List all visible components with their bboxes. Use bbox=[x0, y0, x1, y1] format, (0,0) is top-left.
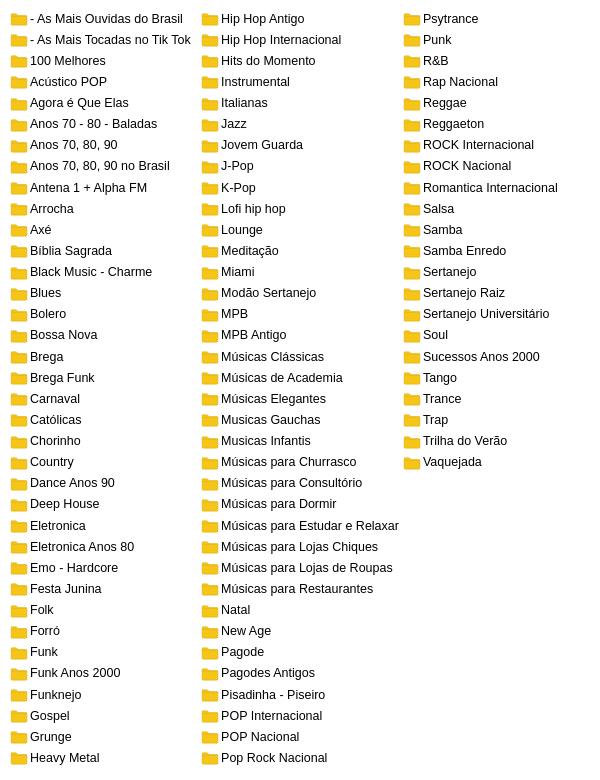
folder-icon bbox=[10, 456, 26, 469]
folder-label: Miami bbox=[221, 263, 254, 281]
list-item[interactable]: Católicas bbox=[8, 409, 199, 430]
list-item[interactable]: Dance Anos 90 bbox=[8, 473, 199, 494]
list-item[interactable]: - As Mais Ouvidas do Brasil bbox=[8, 8, 199, 29]
list-item[interactable]: Samba Enredo bbox=[401, 240, 592, 261]
list-item[interactable]: Funk bbox=[8, 642, 199, 663]
list-item[interactable]: POP Internacional bbox=[199, 705, 401, 726]
list-item[interactable]: Lounge bbox=[199, 219, 401, 240]
list-item[interactable]: Reggaeton bbox=[401, 114, 592, 135]
list-item[interactable]: - As Mais Tocadas no Tik Tok bbox=[8, 29, 199, 50]
folder-icon bbox=[201, 540, 217, 553]
list-item[interactable]: Modão Sertanejo bbox=[199, 283, 401, 304]
list-item[interactable]: Miami bbox=[199, 262, 401, 283]
list-item[interactable]: Sertanejo Universitário bbox=[401, 304, 592, 325]
list-item[interactable]: Axé bbox=[8, 219, 199, 240]
list-item[interactable]: Vaquejada bbox=[401, 452, 592, 473]
list-item[interactable]: Folk bbox=[8, 600, 199, 621]
list-item[interactable]: Sucessos Anos 2000 bbox=[401, 346, 592, 367]
list-item[interactable]: Músicas Elegantes bbox=[199, 388, 401, 409]
list-item[interactable]: Antena 1 + Alpha FM bbox=[8, 177, 199, 198]
list-item[interactable]: Rap Nacional bbox=[401, 71, 592, 92]
list-item[interactable]: POP Nacional bbox=[199, 726, 401, 747]
list-item[interactable]: Natal bbox=[199, 600, 401, 621]
list-item[interactable]: Funk Anos 2000 bbox=[8, 663, 199, 684]
list-item[interactable]: Festa Junina bbox=[8, 578, 199, 599]
list-item[interactable]: New Age bbox=[199, 621, 401, 642]
list-item[interactable]: 100 Melhores bbox=[8, 50, 199, 71]
folder-icon bbox=[403, 118, 419, 131]
list-item[interactable]: Blues bbox=[8, 283, 199, 304]
list-item[interactable]: Pisadinha - Piseiro bbox=[199, 684, 401, 705]
list-item[interactable]: J-Pop bbox=[199, 156, 401, 177]
list-item[interactable]: K-Pop bbox=[199, 177, 401, 198]
list-item[interactable]: Brega Funk bbox=[8, 367, 199, 388]
list-item[interactable]: Músicas para Dormir bbox=[199, 494, 401, 515]
list-item[interactable]: Eletronica bbox=[8, 515, 199, 536]
list-item[interactable]: Country bbox=[8, 452, 199, 473]
list-item[interactable]: Arrocha bbox=[8, 198, 199, 219]
list-item[interactable]: Heavy Metal bbox=[8, 747, 199, 768]
list-item[interactable]: Músicas para Consultório bbox=[199, 473, 401, 494]
list-item[interactable]: Romantica Internacional bbox=[401, 177, 592, 198]
list-item[interactable]: Gospel bbox=[8, 705, 199, 726]
list-item[interactable]: Deep House bbox=[8, 494, 199, 515]
list-item[interactable]: MPB bbox=[199, 304, 401, 325]
list-item[interactable]: Hip Hop Internacional bbox=[199, 29, 401, 50]
list-item[interactable]: Lofi hip hop bbox=[199, 198, 401, 219]
list-item[interactable]: Psytrance bbox=[401, 8, 592, 29]
list-item[interactable]: Punk bbox=[401, 29, 592, 50]
list-item[interactable]: Anos 70, 80, 90 no Brasil bbox=[8, 156, 199, 177]
list-item[interactable]: Instrumental bbox=[199, 71, 401, 92]
list-item[interactable]: Tango bbox=[401, 367, 592, 388]
list-item[interactable]: Eletronica Anos 80 bbox=[8, 536, 199, 557]
list-item[interactable]: Trance bbox=[401, 388, 592, 409]
list-item[interactable]: Sertanejo Raiz bbox=[401, 283, 592, 304]
list-item[interactable]: Forró bbox=[8, 621, 199, 642]
list-item[interactable]: Músicas para Lojas Chiques bbox=[199, 536, 401, 557]
list-item[interactable]: ROCK Internacional bbox=[401, 135, 592, 156]
list-item[interactable]: Reggae bbox=[401, 93, 592, 114]
list-item[interactable]: Bolero bbox=[8, 304, 199, 325]
list-item[interactable]: Pagode bbox=[199, 642, 401, 663]
list-item[interactable]: Agora é Que Elas bbox=[8, 93, 199, 114]
list-item[interactable]: MPB Antigo bbox=[199, 325, 401, 346]
list-item[interactable]: Black Music - Charme bbox=[8, 262, 199, 283]
list-item[interactable]: Hip Hop Antigo bbox=[199, 8, 401, 29]
list-item[interactable]: Músicas Clássicas bbox=[199, 346, 401, 367]
list-item[interactable]: Jovem Guarda bbox=[199, 135, 401, 156]
folder-icon bbox=[201, 75, 217, 88]
list-item[interactable]: Músicas para Estudar e Relaxar bbox=[199, 515, 401, 536]
list-item[interactable]: ROCK Nacional bbox=[401, 156, 592, 177]
folder-icon bbox=[201, 12, 217, 25]
list-item[interactable]: Acústico POP bbox=[8, 71, 199, 92]
list-item[interactable]: Sertanejo bbox=[401, 262, 592, 283]
list-item[interactable]: R&B bbox=[401, 50, 592, 71]
list-item[interactable]: Carnaval bbox=[8, 388, 199, 409]
list-item[interactable]: Musicas Infantis bbox=[199, 431, 401, 452]
list-item[interactable]: Meditação bbox=[199, 240, 401, 261]
list-item[interactable]: Trap bbox=[401, 409, 592, 430]
list-item[interactable]: Funknejo bbox=[8, 684, 199, 705]
list-item[interactable]: Jazz bbox=[199, 114, 401, 135]
list-item[interactable]: Bíblia Sagrada bbox=[8, 240, 199, 261]
list-item[interactable]: Músicas para Churrasco bbox=[199, 452, 401, 473]
list-item[interactable]: Chorinho bbox=[8, 431, 199, 452]
list-item[interactable]: Hits do Momento bbox=[199, 50, 401, 71]
list-item[interactable]: Trilha do Verão bbox=[401, 431, 592, 452]
list-item[interactable]: Salsa bbox=[401, 198, 592, 219]
list-item[interactable]: Músicas de Academia bbox=[199, 367, 401, 388]
list-item[interactable]: Bossa Nova bbox=[8, 325, 199, 346]
list-item[interactable]: Anos 70 - 80 - Baladas bbox=[8, 114, 199, 135]
list-item[interactable]: Grunge bbox=[8, 726, 199, 747]
list-item[interactable]: Soul bbox=[401, 325, 592, 346]
list-item[interactable]: Pop Rock Nacional bbox=[199, 747, 401, 768]
list-item[interactable]: Italianas bbox=[199, 93, 401, 114]
list-item[interactable]: Músicas para Lojas de Roupas bbox=[199, 557, 401, 578]
list-item[interactable]: Anos 70, 80, 90 bbox=[8, 135, 199, 156]
list-item[interactable]: Musicas Gauchas bbox=[199, 409, 401, 430]
list-item[interactable]: Pagodes Antigos bbox=[199, 663, 401, 684]
list-item[interactable]: Samba bbox=[401, 219, 592, 240]
list-item[interactable]: Brega bbox=[8, 346, 199, 367]
list-item[interactable]: Músicas para Restaurantes bbox=[199, 578, 401, 599]
list-item[interactable]: Emo - Hardcore bbox=[8, 557, 199, 578]
